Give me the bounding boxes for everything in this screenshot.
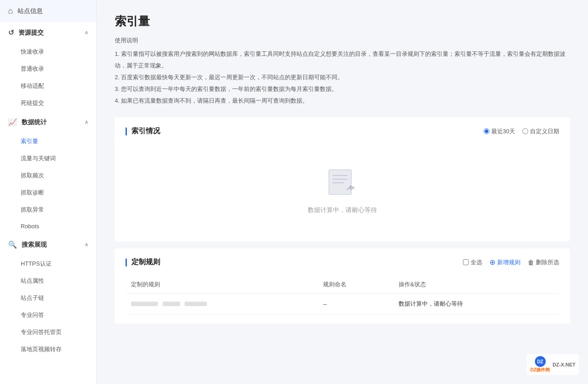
rule-placeholder-2 <box>162 302 180 306</box>
radio-custom-text: 自定义日期 <box>530 127 559 136</box>
sidebar-item-traffic-keywords[interactable]: 流量与关键词 <box>0 150 96 167</box>
add-rule-plus-icon: ⊕ <box>489 258 495 267</box>
custom-rules-title-bar <box>126 258 127 267</box>
chevron-up-icon-2: ∧ <box>85 119 88 125</box>
table-header-row: 定制的规则 规则命名 操作&状态 <box>126 276 559 294</box>
sidebar-item-fast-index[interactable]: 快速收录 <box>0 43 96 60</box>
usage-list: 1. 索引量指可以被搜索用户搜索到的网站数据库，索引量工具同时支持站点自定义想要… <box>115 48 570 107</box>
sidebar: ⌂ 站点信息 ↺ 资源提交 ∧ 快速收录 普通收录 移动适配 死链提交 📈 数据… <box>0 0 97 384</box>
rule-placeholder-3 <box>184 302 207 306</box>
custom-rules-card: 定制规则 全选 ⊕ 新增规则 🗑 删除所选 定制的规则 <box>115 248 570 324</box>
radio-custom-label[interactable]: 自定义日期 <box>522 127 559 136</box>
sidebar-label-site-subchain: 站点子链 <box>21 294 44 301</box>
add-rule-label: 新增规则 <box>497 258 521 267</box>
home-icon: ⌂ <box>8 6 13 16</box>
sidebar-item-mobile-adapt[interactable]: 移动适配 <box>0 77 96 95</box>
delete-selected-button[interactable]: 🗑 删除所选 <box>528 258 559 267</box>
sidebar-label-mobile-adapt: 移动适配 <box>21 82 44 89</box>
custom-rules-title: 定制规则 <box>131 258 463 267</box>
sidebar-item-data-stats[interactable]: 📈 数据统计 ∧ <box>0 112 96 133</box>
section-title-bar <box>126 127 127 136</box>
custom-rules-header: 定制规则 全选 ⊕ 新增规则 🗑 删除所选 <box>126 258 559 267</box>
radio-30days-text: 最近30天 <box>491 127 515 136</box>
table-cell-name: -- <box>318 294 393 315</box>
select-all-label[interactable]: 全选 <box>463 258 482 267</box>
sidebar-item-normal-index[interactable]: 普通收录 <box>0 60 96 77</box>
table-cell-status: 数据计算中，请耐心等待 <box>393 294 559 315</box>
index-section-title: 索引情况 <box>131 126 484 136</box>
table-header-rule: 定制的规则 <box>126 276 318 294</box>
add-rule-button[interactable]: ⊕ 新增规则 <box>489 258 521 267</box>
usage-title: 使用说明 <box>115 36 570 45</box>
stats-icon: 📈 <box>8 118 17 126</box>
radio-30days-input[interactable] <box>484 128 489 134</box>
sidebar-item-resource-submit[interactable]: ↺ 资源提交 ∧ <box>0 22 96 43</box>
table-header-name: 规则命名 <box>318 276 393 294</box>
select-all-text: 全选 <box>471 258 482 267</box>
sidebar-label-crawl-diag: 抓取诊断 <box>21 189 44 196</box>
sidebar-label-crawl-freq: 抓取频次 <box>21 172 44 179</box>
sidebar-item-pro-qa-mgr[interactable]: 专业问答托管页 <box>0 324 96 341</box>
sidebar-label-site-attr: 站点属性 <box>21 277 44 284</box>
sidebar-label-normal-index: 普通收录 <box>21 65 44 72</box>
sidebar-label-data-stats: 数据统计 <box>22 118 47 126</box>
delete-selected-label: 删除所选 <box>536 258 559 267</box>
sidebar-label-landing-video: 落地页视频转存 <box>21 346 62 352</box>
sidebar-item-landing-video[interactable]: 落地页视频转存 <box>0 341 96 358</box>
empty-icon-svg <box>324 163 360 199</box>
sidebar-label-index-count: 索引量 <box>21 138 38 145</box>
sidebar-item-dead-link[interactable]: 死链提交 <box>0 95 96 112</box>
sidebar-label-crawl-abnormal: 抓取异常 <box>21 206 44 213</box>
search-icon: 🔍 <box>8 240 17 249</box>
index-section-card: 索引情况 最近30天 自定义日期 <box>115 117 570 241</box>
empty-state-text: 数据计算中，请耐心等待 <box>308 206 377 214</box>
index-section-controls: 最近30天 自定义日期 <box>484 127 559 136</box>
watermark-sub: DZ插件网 <box>530 367 550 373</box>
select-all-checkbox[interactable] <box>463 259 469 265</box>
index-section-header: 索引情况 最近30天 自定义日期 <box>126 126 559 136</box>
watermark: DZ DZ插件网 DZ-X.NET <box>527 354 579 375</box>
resource-icon: ↺ <box>8 28 14 37</box>
table-header-status: 操作&状态 <box>393 276 559 294</box>
sidebar-label-fast-index: 快速收录 <box>21 48 44 55</box>
sidebar-item-crawl-abnormal[interactable]: 抓取异常 <box>0 201 96 218</box>
sidebar-item-site-info[interactable]: ⌂ 站点信息 <box>0 0 96 22</box>
rule-placeholder-1 <box>131 302 158 306</box>
usage-item-4: 4. 如果已有流量数据查询不到，请隔日再查，最长间隔一周可查询到数据。 <box>115 95 570 107</box>
chevron-up-icon-3: ∧ <box>85 242 88 248</box>
page-title: 索引量 <box>115 14 570 29</box>
sidebar-label-search-display: 搜索展现 <box>22 241 47 249</box>
sidebar-item-crawl-diag[interactable]: 抓取诊断 <box>0 184 96 201</box>
empty-state: 数据计算中，请耐心等待 <box>126 145 559 232</box>
sidebar-label-resource-submit: 资源提交 <box>18 29 44 37</box>
svg-point-4 <box>350 185 351 187</box>
custom-rules-actions: 全选 ⊕ 新增规则 🗑 删除所选 <box>463 258 559 267</box>
table-cell-rule <box>126 294 318 315</box>
sidebar-item-crawl-freq[interactable]: 抓取频次 <box>0 167 96 184</box>
svg-rect-0 <box>329 170 351 194</box>
sidebar-label-traffic-keywords: 流量与关键词 <box>21 155 56 162</box>
rules-table: 定制的规则 规则命名 操作&状态 -- 数据计算中，请耐心等待 <box>126 276 559 315</box>
usage-section: 使用说明 1. 索引量指可以被搜索用户搜索到的网站数据库，索引量工具同时支持站点… <box>115 36 570 107</box>
trash-icon: 🗑 <box>528 259 534 266</box>
sidebar-label-https-cert: HTTPS认证 <box>21 260 52 267</box>
table-row: -- 数据计算中，请耐心等待 <box>126 294 559 315</box>
watermark-circle-dz: DZ <box>535 356 546 367</box>
sidebar-item-https-cert[interactable]: HTTPS认证 <box>0 255 96 272</box>
radio-30days-label[interactable]: 最近30天 <box>484 127 515 136</box>
usage-item-3: 3. 您可以查询到近一年中每天的索引量数据，一年前的索引量数据为每月索引量数据。 <box>115 83 570 95</box>
sidebar-item-pro-qa[interactable]: 专业问答 <box>0 307 96 324</box>
sidebar-item-site-subchain[interactable]: 站点子链 <box>0 289 96 307</box>
sidebar-item-search-display[interactable]: 🔍 搜索展现 ∧ <box>0 234 96 255</box>
sidebar-label-robots: Robots <box>21 223 39 230</box>
chevron-up-icon: ∧ <box>85 30 88 36</box>
sidebar-item-robots[interactable]: Robots <box>0 218 96 234</box>
sidebar-label-pro-qa-mgr: 专业问答托管页 <box>21 329 62 335</box>
sidebar-item-site-attr[interactable]: 站点属性 <box>0 272 96 289</box>
sidebar-label-dead-link: 死链提交 <box>21 99 44 106</box>
radio-custom-input[interactable] <box>522 128 528 134</box>
sidebar-label-site-info: 站点信息 <box>18 7 43 15</box>
sidebar-item-index-count[interactable]: 索引量 <box>0 133 96 150</box>
main-content: 索引量 使用说明 1. 索引量指可以被搜索用户搜索到的网站数据库，索引量工具同时… <box>97 0 588 384</box>
usage-item-1: 1. 索引量指可以被搜索用户搜索到的网站数据库，索引量工具同时支持站点自定义想要… <box>115 48 570 72</box>
